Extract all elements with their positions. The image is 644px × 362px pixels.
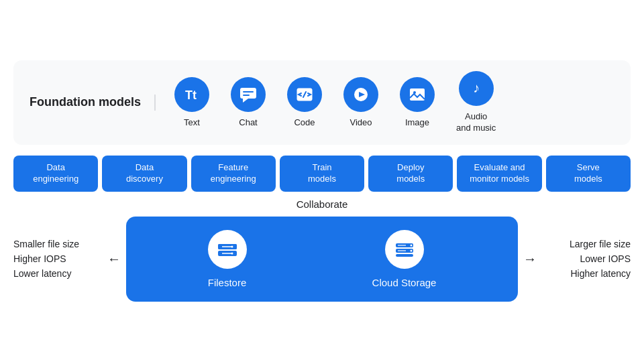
- svg-point-18: [231, 245, 233, 247]
- svg-rect-22: [396, 254, 413, 257]
- right-label-2: Higher latency: [543, 268, 631, 279]
- model-icon-video: Video: [343, 77, 378, 129]
- pipeline-item-evaluate-monitor[interactable]: Evaluate andmonitor models: [457, 156, 541, 192]
- audio-icon: ♪: [459, 71, 494, 106]
- svg-rect-1: [240, 88, 256, 99]
- pipeline-item-data-discovery[interactable]: Datadiscovery: [102, 156, 186, 192]
- svg-point-24: [410, 249, 412, 251]
- svg-text:♪: ♪: [473, 80, 480, 95]
- pipeline-item-data-engineering[interactable]: Dataengineering: [13, 156, 98, 192]
- right-label-0: Larger file size: [543, 239, 631, 249]
- storage-box: Filestore Cloud Storage: [126, 217, 518, 302]
- pipeline-section: Dataengineering Datadiscovery Featureeng…: [13, 156, 631, 192]
- storage-outer: Smaller file size Higher IOPS Lower late…: [13, 217, 631, 302]
- left-label-1: Higher IOPS: [13, 253, 101, 264]
- svg-point-23: [410, 244, 412, 246]
- arrow-right-icon: →: [523, 251, 537, 267]
- video-icon: [343, 77, 378, 112]
- storage-right-labels: Larger file size Lower IOPS Higher laten…: [537, 239, 631, 279]
- cloud-storage-icon-circle: [385, 230, 424, 269]
- image-label: Image: [405, 117, 429, 129]
- pipeline-item-deploy-models[interactable]: Deploymodels: [368, 156, 453, 192]
- arrow-right-container: →: [518, 251, 537, 267]
- model-icon-code: Code: [287, 77, 322, 129]
- pipeline-item-serve-models[interactable]: Servemodels: [546, 156, 631, 192]
- text-icon: Tt: [174, 77, 209, 112]
- model-icon-text: Tt Text: [174, 77, 209, 129]
- code-label: Code: [294, 117, 315, 129]
- audio-label: Audioand music: [456, 111, 496, 134]
- foundation-section: Foundation models Tt Text: [13, 60, 631, 145]
- filestore-icon-circle: [208, 230, 247, 269]
- left-label-2: Lower latency: [13, 268, 101, 279]
- image-icon: [400, 77, 435, 112]
- filestore-label: Filestore: [208, 277, 247, 288]
- arrow-left-container: ←: [107, 251, 126, 267]
- svg-marker-2: [243, 99, 248, 103]
- model-icon-chat: Chat: [231, 77, 266, 129]
- code-icon: [287, 77, 322, 112]
- pipeline-item-feature-engineering[interactable]: Featureengineering: [191, 156, 276, 192]
- svg-rect-4: [243, 91, 254, 93]
- storage-item-cloud-storage[interactable]: Cloud Storage: [372, 230, 437, 288]
- svg-rect-10: [410, 88, 425, 101]
- foundation-label: Foundation models: [30, 95, 156, 110]
- svg-text:Tt: Tt: [185, 88, 197, 102]
- storage-item-filestore[interactable]: Filestore: [208, 230, 247, 288]
- collaborate-label: Collaborate: [13, 198, 631, 210]
- model-icon-image: Image: [400, 77, 435, 129]
- text-label: Text: [184, 117, 200, 129]
- chat-icon: [231, 77, 266, 112]
- svg-point-19: [231, 252, 233, 254]
- model-icons: Tt Text Chat: [156, 71, 496, 134]
- main-container: Foundation models Tt Text: [13, 60, 631, 302]
- arrow-left-icon: ←: [107, 251, 121, 267]
- storage-left-labels: Smaller file size Higher IOPS Lower late…: [13, 239, 107, 279]
- cloud-storage-label: Cloud Storage: [372, 277, 437, 288]
- chat-label: Chat: [239, 117, 257, 129]
- right-label-1: Lower IOPS: [543, 253, 631, 264]
- video-label: Video: [350, 117, 372, 129]
- svg-rect-5: [243, 95, 250, 96]
- left-label-0: Smaller file size: [13, 239, 101, 249]
- model-icon-audio: ♪ Audioand music: [456, 71, 496, 134]
- pipeline-item-train-models[interactable]: Trainmodels: [280, 156, 364, 192]
